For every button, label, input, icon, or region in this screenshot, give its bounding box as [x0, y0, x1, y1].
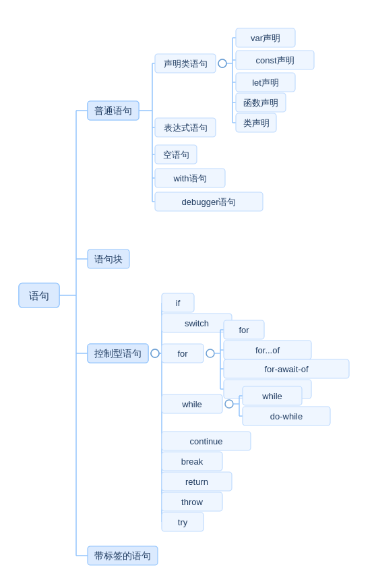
svg-text:var声明: var声明 — [251, 33, 280, 43]
svg-text:break: break — [181, 457, 204, 467]
svg-text:语句块: 语句块 — [94, 254, 123, 264]
svg-text:debugger语句: debugger语句 — [182, 197, 237, 207]
tree-container: 语句普通语句语句块控制型语句带标签的语句声明类语句var声明const声明let… — [0, 0, 374, 588]
svg-text:const声明: const声明 — [255, 55, 294, 65]
svg-point-64 — [206, 349, 214, 357]
svg-text:for: for — [239, 325, 249, 335]
svg-text:switch: switch — [185, 318, 209, 328]
svg-text:while: while — [261, 391, 282, 401]
svg-text:表达式语句: 表达式语句 — [164, 123, 208, 133]
svg-text:控制型语句: 控制型语句 — [94, 348, 142, 359]
svg-text:do-while: do-while — [270, 411, 303, 421]
svg-text:语句: 语句 — [29, 290, 49, 301]
mindmap-svg: 语句普通语句语句块控制型语句带标签的语句声明类语句var声明const声明let… — [7, 13, 367, 580]
svg-text:声明类语句: 声明类语句 — [164, 59, 208, 69]
svg-text:for-await-of: for-await-of — [264, 364, 308, 374]
svg-text:for: for — [177, 349, 188, 359]
svg-text:while: while — [181, 399, 202, 409]
svg-text:continue: continue — [189, 436, 222, 446]
svg-text:with语句: with语句 — [173, 173, 206, 183]
svg-text:if: if — [176, 298, 181, 308]
svg-point-111 — [218, 59, 226, 67]
svg-text:return: return — [185, 477, 208, 487]
svg-text:带标签的语句: 带标签的语句 — [94, 550, 151, 561]
svg-point-108 — [151, 349, 159, 357]
svg-text:let声明: let声明 — [252, 78, 279, 88]
svg-text:throw: throw — [181, 497, 203, 507]
svg-text:函数声明: 函数声明 — [243, 98, 278, 108]
svg-text:类声明: 类声明 — [243, 118, 270, 128]
svg-text:空语句: 空语句 — [163, 150, 189, 160]
svg-text:for...of: for...of — [255, 345, 280, 355]
svg-point-82 — [225, 400, 233, 408]
svg-text:普通语句: 普通语句 — [94, 105, 132, 116]
svg-text:try: try — [178, 517, 188, 527]
